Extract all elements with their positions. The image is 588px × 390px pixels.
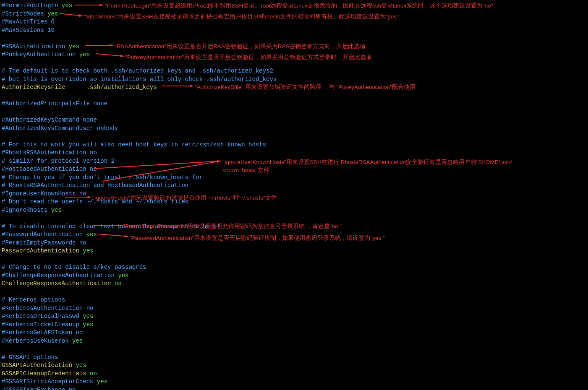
config-line: # The default is to check both .ssh/auth… bbox=[2, 67, 586, 75]
config-text: #KerberosGetAFSToken no bbox=[2, 329, 83, 336]
annotation-text: known_hosts"文件 bbox=[222, 166, 269, 174]
config-text: # GSSAPI options bbox=[2, 354, 58, 361]
config-line bbox=[2, 34, 586, 43]
config-line bbox=[2, 92, 586, 100]
annotation-text: "PasswordAuthentication"用来设置是否开启密码验证机制，如… bbox=[129, 234, 385, 242]
config-line: #HostbasedAuthentication no bbox=[2, 165, 586, 174]
config-text: AuthorizedKeysFile .ssh/authorized_keys bbox=[2, 84, 157, 91]
config-line: #KerberosTicketCleanup yes bbox=[2, 321, 586, 329]
annotation-text: "PubkeyAuthentication"用来设置是否开启公钥验证，如果采用公… bbox=[125, 53, 372, 62]
config-text: #StrictModes bbox=[2, 10, 47, 17]
config-line: #AuthorizedPrincipalsFile none bbox=[2, 100, 586, 108]
config-text: #MaxAuthTries 6 bbox=[2, 18, 55, 25]
config-text: #KerberosUseKuserok bbox=[2, 338, 72, 344]
annotation-text: "AuthorizeKeySfile" 用来设置公钥验证文件的路径 ，与 "Pu… bbox=[195, 83, 416, 91]
config-text: yes bbox=[86, 231, 97, 238]
config-text: #HostbasedAuthentication no bbox=[2, 166, 97, 172]
config-text: GSSAPICleanupCredentials bbox=[2, 370, 90, 377]
config-text: #PermitEmptyPasswords no bbox=[2, 239, 86, 246]
annotation-text: "IgnoreRhosts"用来设置验证的时候是否使用"~/.rhosts"和"… bbox=[92, 194, 277, 202]
config-line: #GSSAPIKeyExchange no bbox=[2, 386, 586, 390]
config-line: #RhostsRSAAuthentication no bbox=[2, 149, 586, 157]
config-line: #GSSAPIStrictAcceptorCheck yes bbox=[2, 378, 586, 386]
config-text: yes bbox=[47, 10, 58, 17]
config-line bbox=[2, 133, 586, 141]
config-line bbox=[2, 288, 586, 296]
config-text: # RhostsRSAAuthentication and HostbasedA… bbox=[2, 182, 188, 189]
config-text: yes bbox=[118, 272, 128, 279]
config-text: # For this to work you will also need ho… bbox=[2, 141, 266, 148]
config-text: #PermitRootLogin bbox=[2, 2, 62, 9]
config-line: PasswordAuthentication yes bbox=[2, 247, 586, 255]
config-text: yes bbox=[76, 362, 86, 369]
config-text: # similar for protocol version 2 bbox=[2, 158, 115, 164]
config-text: no bbox=[90, 370, 97, 377]
config-line: #IgnoreUserKnownHosts no bbox=[2, 190, 586, 198]
config-line: GSSAPICleanupCredentials no bbox=[2, 370, 586, 378]
annotation-text: "PermitRootLogin"用来设置超级用户root能不能用SSH登录。r… bbox=[105, 2, 493, 10]
config-text: # Change to no to disable s/key password… bbox=[2, 264, 146, 270]
config-text: yes bbox=[79, 51, 90, 58]
config-text: yes bbox=[51, 207, 62, 213]
config-text: yes bbox=[83, 247, 93, 254]
config-text: PasswordAuthentication bbox=[2, 247, 83, 254]
config-text: #IgnoreRhosts bbox=[2, 207, 51, 213]
config-line: #KerberosUseKuserok yes bbox=[2, 337, 586, 346]
config-line: # Don't read the user's ~/.rhosts and ~/… bbox=[2, 198, 586, 206]
config-line: #IgnoreRhosts yes bbox=[2, 206, 586, 215]
config-line: # For this to work you will also need ho… bbox=[2, 141, 586, 149]
config-text: # Change to yes if you don't trust ~/.ss… bbox=[2, 174, 203, 181]
config-line: #MaxSessions 10 bbox=[2, 26, 586, 35]
config-line: # but this is overridden so installation… bbox=[2, 75, 586, 84]
config-text: #AuthorizedKeysCommandUser nobody bbox=[2, 125, 118, 132]
config-text: #IgnoreUserKnownHosts no bbox=[2, 190, 86, 197]
config-text: yes bbox=[69, 43, 79, 50]
config-line bbox=[2, 214, 586, 223]
config-text: # The default is to check both .ssh/auth… bbox=[2, 68, 273, 74]
config-text: #ChallengeResponseAuthentication bbox=[2, 272, 118, 279]
config-text: #AuthorizedPrincipalsFile none bbox=[2, 100, 107, 107]
config-line bbox=[2, 345, 586, 354]
config-text: yes bbox=[83, 313, 93, 320]
config-line: ChallengeResponseAuthentication no bbox=[2, 280, 586, 288]
config-text: ChallengeResponseAuthentication bbox=[2, 280, 115, 287]
config-line bbox=[2, 255, 586, 264]
config-line: # Kerberos options bbox=[2, 296, 586, 304]
config-text: yes bbox=[62, 2, 72, 9]
config-text: #AuthorizedKeysCommand none bbox=[2, 117, 97, 123]
config-text: # Kerberos options bbox=[2, 296, 65, 303]
config-text: #RSAAuthentication bbox=[2, 43, 69, 50]
config-line: #KerberosGetAFSToken no bbox=[2, 329, 586, 337]
config-text: #MaxSessions 10 bbox=[2, 27, 55, 34]
config-line: # GSSAPI options bbox=[2, 354, 586, 362]
config-text: yes bbox=[83, 321, 93, 328]
config-line: #AuthorizedKeysCommandUser nobody bbox=[2, 125, 586, 133]
annotation-text: "IgnoreUserKnownHosts"用来设置SSH在进行 RhostsR… bbox=[222, 158, 512, 166]
config-line: # Change to yes if you don't trust ~/.ss… bbox=[2, 174, 586, 182]
config-text: #RhostsRSAAuthentication no bbox=[2, 149, 97, 156]
config-text: #GSSAPIStrictAcceptorCheck bbox=[2, 378, 97, 385]
config-text: #KerberosAuthentication no bbox=[2, 305, 93, 312]
config-line: #ChallengeResponseAuthentication yes bbox=[2, 272, 586, 280]
config-text: yes bbox=[72, 338, 83, 344]
config-line: #AuthorizedKeysCommand none bbox=[2, 116, 586, 125]
config-text: no bbox=[115, 280, 122, 287]
config-line: #KerberosAuthentication no bbox=[2, 304, 586, 313]
config-text: #KerberosTicketCleanup bbox=[2, 321, 83, 328]
config-line bbox=[2, 108, 586, 117]
config-text: GSSAPIAuthentication bbox=[2, 362, 76, 369]
config-text: # but this is overridden so installation… bbox=[2, 76, 277, 83]
annotation-text: "PermitEmptyPasswords"用来设置是否允许用密码为空的账号登录… bbox=[123, 222, 342, 231]
config-text: yes bbox=[97, 378, 107, 385]
annotation-text: "RSAAuthentication"用来设置是否开启RAS密钥验证，如果采用R… bbox=[115, 42, 366, 51]
config-text: #PubkeyAuthentication bbox=[2, 51, 79, 58]
config-line: # RhostsRSAAuthentication and HostbasedA… bbox=[2, 182, 586, 190]
annotation-text: "StrictModes"用来设置SSH在接受登录请求之前是否检查用户根目录和r… bbox=[84, 13, 399, 21]
config-line: # Change to no to disable s/key password… bbox=[2, 263, 586, 272]
config-line: GSSAPIAuthentication yes bbox=[2, 361, 586, 370]
config-text: #KerberosOrLocalPasswd bbox=[2, 313, 83, 320]
config-text: #GSSAPIKeyExchange no bbox=[2, 387, 76, 390]
config-text: #PasswordAuthentication bbox=[2, 231, 86, 238]
config-line: #KerberosOrLocalPasswd yes bbox=[2, 312, 586, 321]
